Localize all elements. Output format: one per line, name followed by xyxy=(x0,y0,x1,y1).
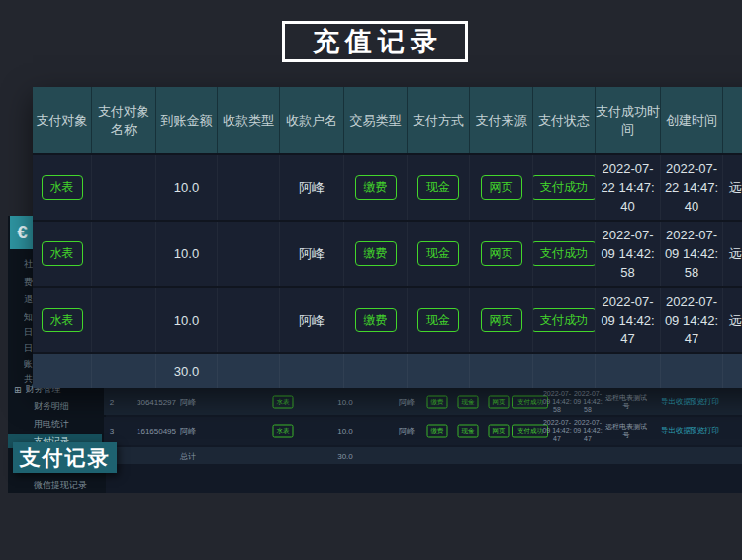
target-name xyxy=(92,222,156,286)
pay-source-badge: 网页 xyxy=(481,175,522,200)
pay-method-badge: 现金 xyxy=(417,308,459,332)
amount: 10.0 xyxy=(337,426,353,435)
table-total-row: 总计 30.0 xyxy=(104,447,742,464)
amount: 10.0 xyxy=(337,397,353,406)
trade-type-badge: 缴费 xyxy=(355,308,397,332)
create-time: 2022-07- 09 14:42: 58 xyxy=(573,390,602,414)
total-label: 总计 xyxy=(180,450,196,461)
device-name: 远程电表测试号 xyxy=(603,423,650,439)
create-time: 2022-07- 09 14:42: 47 xyxy=(661,288,723,352)
success-time: 2022-07- 09 14:42: 58 xyxy=(596,222,661,286)
header-create-time: 创建时间 xyxy=(661,87,723,153)
recharge-records-table: 支付对象 支付对象名称 到账金额 收款类型 收款户名 交易类型 支付方式 支付来… xyxy=(33,87,742,388)
header-extra xyxy=(723,87,742,153)
pay-target-badge: 水表 xyxy=(273,424,294,437)
table-header-row: 支付对象 支付对象名称 到账金额 收款类型 收款户名 交易类型 支付方式 支付来… xyxy=(33,87,742,153)
header-target-name: 支付对象名称 xyxy=(92,87,156,153)
pay-source-badge: 网页 xyxy=(481,308,522,332)
row-seq: 2 xyxy=(110,397,114,406)
pay-status-badge: 支付成功 xyxy=(533,241,596,266)
preview-print-link[interactable]: 预览打印 xyxy=(690,426,719,436)
page-title: 充值记录 xyxy=(282,21,468,62)
pay-source-badge: 网页 xyxy=(481,241,522,266)
recv-type xyxy=(218,288,280,352)
sidebar-clipped-item[interactable]: 知 xyxy=(24,312,33,324)
app-logo[interactable]: € xyxy=(10,216,35,249)
table-row[interactable]: 3 161650495 阿峰 水表 10.0 阿峰 缴费 现金 网页 支付成功 … xyxy=(104,417,742,445)
account-name: 阿峰 xyxy=(280,155,344,220)
sidebar-clipped-item[interactable]: 日 xyxy=(24,327,33,339)
trade-type-badge: 缴费 xyxy=(427,424,448,437)
header-success-time: 支付成功时间 xyxy=(596,87,661,153)
success-time: 2022-07- 09 14:42: 47 xyxy=(542,420,571,443)
table-row[interactable]: 水表 10.0 阿峰 缴费 现金 网页 支付成功 2022-07- 09 14:… xyxy=(33,220,742,286)
account-name: 阿峰 xyxy=(280,288,344,352)
trade-type-badge: 缴费 xyxy=(355,241,397,266)
pay-method-badge: 现金 xyxy=(417,175,459,200)
payer-name: 阿峰 xyxy=(180,425,196,436)
currency-logo-icon: € xyxy=(17,222,28,243)
success-time: 2022-07- 09 14:42: 58 xyxy=(542,390,571,414)
target-name xyxy=(92,288,156,352)
success-time: 2022-07- 22 14:47: 40 xyxy=(596,155,661,220)
device-name: 远程电表测试号 xyxy=(603,394,650,410)
amount: 10.0 xyxy=(156,288,218,352)
table-row[interactable]: 水表 10.0 阿峰 缴费 现金 网页 支付成功 2022-07- 09 14:… xyxy=(33,286,742,352)
pay-method-badge: 现金 xyxy=(417,241,459,266)
sidebar-item-power-stats[interactable]: 用电统计 xyxy=(8,418,102,431)
trade-type-badge: 缴费 xyxy=(427,395,448,408)
table-row[interactable]: 水表 10.0 阿峰 缴费 现金 网页 支付成功 2022-07- 22 14:… xyxy=(33,153,742,220)
account-name: 阿峰 xyxy=(399,396,415,407)
order-id: 161650495 xyxy=(137,426,176,435)
preview-print-link[interactable]: 预览打印 xyxy=(690,397,719,407)
pay-status-badge: 支付成功 xyxy=(533,308,596,332)
sidebar-item-finance-detail[interactable]: 财务明细 xyxy=(8,399,102,413)
order-id: 306415297 xyxy=(137,397,176,406)
header-pay-status: 支付状态 xyxy=(533,87,596,153)
device-name-clipped: 远 xyxy=(723,155,742,220)
pay-target-badge: 水表 xyxy=(42,175,83,200)
header-trade-type: 交易类型 xyxy=(344,87,408,153)
header-recv-type: 收款类型 xyxy=(218,87,280,153)
payment-records-callout: 支付记录 xyxy=(13,442,117,473)
recharge-record-page: { "title": "充值记录", "main_table": { "head… xyxy=(0,0,742,560)
table-total-row: 30.0 xyxy=(33,352,742,388)
table-row[interactable]: 2 306415297 阿峰 水表 10.0 阿峰 缴费 现金 网页 支付成功 … xyxy=(104,388,742,415)
sidebar-clipped-item[interactable]: 退 xyxy=(24,294,33,306)
sidebar-clipped-item[interactable]: 费 xyxy=(24,277,33,289)
row-seq: 3 xyxy=(110,426,114,435)
device-name-clipped: 远 xyxy=(723,222,742,286)
header-pay-target: 支付对象 xyxy=(33,87,92,153)
sidebar-clipped-item[interactable]: 日 xyxy=(24,343,33,355)
header-amount: 到账金额 xyxy=(156,87,218,153)
amount: 10.0 xyxy=(156,222,218,286)
target-name xyxy=(92,155,156,220)
header-pay-source: 支付来源 xyxy=(470,87,533,153)
recv-type xyxy=(218,155,280,220)
pay-source-badge: 网页 xyxy=(489,395,510,408)
pay-method-badge: 现金 xyxy=(458,395,479,408)
account-name: 阿峰 xyxy=(399,425,415,436)
create-time: 2022-07- 09 14:42: 47 xyxy=(573,420,602,443)
export-receipt-link[interactable]: 导出收据 xyxy=(661,397,691,407)
recv-type xyxy=(218,222,280,286)
header-account-name: 收款户名 xyxy=(280,87,344,153)
export-receipt-link[interactable]: 导出收据 xyxy=(661,426,691,436)
amount: 10.0 xyxy=(156,155,218,220)
sidebar-clipped-item[interactable]: 账 xyxy=(24,359,33,371)
sidebar-item-wechat-withdraw-records[interactable]: 微信提现记录 xyxy=(8,478,102,492)
sidebar-clipped-item[interactable]: 社 xyxy=(24,259,33,271)
grid-icon: ⊞ xyxy=(14,385,22,395)
pay-status-badge: 支付成功 xyxy=(533,175,596,200)
total-amount: 30.0 xyxy=(156,354,218,388)
pay-target-badge: 水表 xyxy=(273,395,294,408)
payer-name: 阿峰 xyxy=(180,396,196,407)
trade-type-badge: 缴费 xyxy=(355,175,397,200)
pay-source-badge: 网页 xyxy=(489,424,510,437)
pay-target-badge: 水表 xyxy=(42,241,83,266)
success-time: 2022-07- 09 14:42: 47 xyxy=(596,288,661,352)
total-amount: 30.0 xyxy=(337,451,353,460)
pay-target-badge: 水表 xyxy=(42,308,83,332)
device-name-clipped: 远 xyxy=(723,288,742,352)
account-name: 阿峰 xyxy=(280,222,344,286)
